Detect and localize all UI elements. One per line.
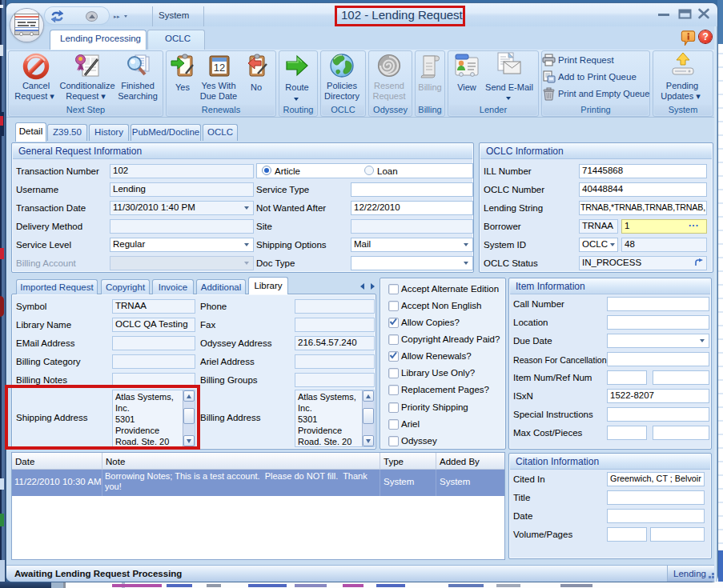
svg-text:12: 12 [214, 62, 225, 74]
